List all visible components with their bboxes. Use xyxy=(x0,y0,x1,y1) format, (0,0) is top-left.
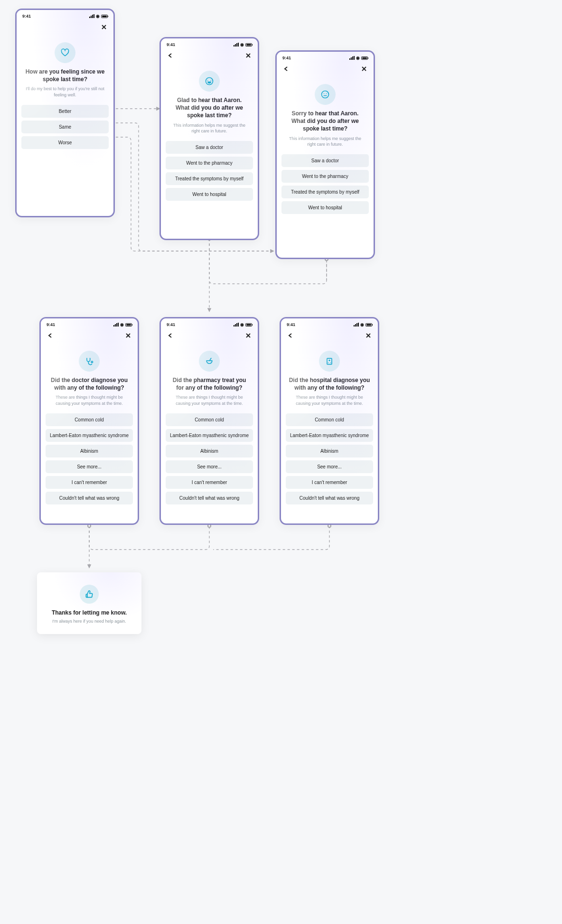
options-list: Common cold Lambert-Eaton myasthenic syn… xyxy=(281,413,378,511)
thanks-callout: Thanks for letting me know. I'm always h… xyxy=(37,572,141,634)
nav-row xyxy=(161,49,258,62)
wifi-icon: ◉ xyxy=(240,323,244,327)
happy-face-icon xyxy=(199,71,220,92)
back-button[interactable] xyxy=(167,52,174,59)
option-cant-remember[interactable]: I can't remember xyxy=(166,476,253,489)
status-bar: 9:41 ◉ xyxy=(281,318,378,329)
status-time: 9:41 xyxy=(167,322,175,327)
option-hospital[interactable]: Went to hospital xyxy=(166,188,253,201)
option-lems[interactable]: Lambert-Eaton myasthenic syndrome xyxy=(46,429,133,442)
signal-icon xyxy=(354,323,359,327)
stethoscope-icon xyxy=(79,351,100,372)
signal-icon xyxy=(349,56,355,60)
option-albinism[interactable]: Albinism xyxy=(286,445,373,457)
question-title: Glad to hear that Aaron. What did you do… xyxy=(169,96,250,120)
option-couldnt-tell[interactable]: Couldn't tell what was wrong xyxy=(166,492,253,504)
neutral-face-icon xyxy=(315,84,336,105)
option-cant-remember[interactable]: I can't remember xyxy=(286,476,373,489)
option-lems[interactable]: Lambert-Eaton myasthenic syndrome xyxy=(286,429,373,442)
callout-title: Thanks for letting me know. xyxy=(45,609,134,616)
mortar-pestle-icon xyxy=(199,351,220,372)
hospital-icon xyxy=(319,351,340,372)
option-better[interactable]: Better xyxy=(21,105,109,118)
close-button[interactable] xyxy=(244,332,252,339)
wifi-icon: ◉ xyxy=(120,323,124,327)
option-common-cold[interactable]: Common cold xyxy=(166,413,253,426)
svg-point-1 xyxy=(322,91,329,98)
option-saw-doctor[interactable]: Saw a doctor xyxy=(281,154,369,167)
close-button[interactable] xyxy=(124,332,132,339)
option-saw-doctor[interactable]: Saw a doctor xyxy=(166,141,253,154)
option-lems[interactable]: Lambert-Eaton myasthenic syndrome xyxy=(166,429,253,442)
thumbs-up-icon xyxy=(80,585,99,604)
nav-row xyxy=(161,329,258,342)
wifi-icon: ◉ xyxy=(240,43,244,47)
back-button[interactable] xyxy=(47,332,54,339)
question-subtitle: This information helps me suggest the ri… xyxy=(169,122,249,134)
option-see-more[interactable]: See more... xyxy=(286,460,373,473)
question-title: Did the pharmacy treat you for any of th… xyxy=(169,376,250,392)
status-time: 9:41 xyxy=(47,322,55,327)
battery-icon xyxy=(245,323,252,327)
status-time: 9:41 xyxy=(167,42,175,47)
status-time: 9:41 xyxy=(22,14,31,19)
option-common-cold[interactable]: Common cold xyxy=(286,413,373,426)
nav-row xyxy=(17,20,113,34)
svg-point-3 xyxy=(326,93,327,94)
nav-row xyxy=(41,329,138,342)
question-title: Did the hospital diagnose you with any o… xyxy=(289,376,370,392)
battery-icon xyxy=(361,56,368,60)
option-worse[interactable]: Worse xyxy=(21,136,109,149)
wifi-icon: ◉ xyxy=(360,323,364,327)
wifi-icon: ◉ xyxy=(96,14,100,19)
signal-icon xyxy=(89,14,94,18)
option-self-treated[interactable]: Treated the symptoms by myself xyxy=(281,186,369,198)
callout-subtitle: I'm always here if you need help again. xyxy=(45,619,134,624)
status-icons: ◉ xyxy=(354,323,372,327)
back-button[interactable] xyxy=(167,332,174,339)
question-title: Did the doctor diagnose you with any of … xyxy=(48,376,130,392)
options-list: Common cold Lambert-Eaton myasthenic syn… xyxy=(41,413,138,511)
option-pharmacy[interactable]: Went to the pharmacy xyxy=(281,170,369,183)
option-couldnt-tell[interactable]: Couldn't tell what was wrong xyxy=(46,492,133,504)
option-albinism[interactable]: Albinism xyxy=(166,445,253,457)
back-button[interactable] xyxy=(282,65,290,73)
status-time: 9:41 xyxy=(287,322,295,327)
status-time: 9:41 xyxy=(282,56,291,60)
svg-point-0 xyxy=(206,78,213,85)
signal-icon xyxy=(234,43,239,47)
option-see-more[interactable]: See more... xyxy=(46,460,133,473)
close-button[interactable] xyxy=(365,332,372,339)
svg-point-4 xyxy=(91,361,93,363)
options-list: Saw a doctor Went to the pharmacy Treate… xyxy=(161,141,258,207)
option-pharmacy[interactable]: Went to the pharmacy xyxy=(166,157,253,169)
close-button[interactable] xyxy=(244,52,252,59)
battery-icon xyxy=(365,323,372,327)
question-subtitle: This information helps me suggest the ri… xyxy=(285,136,365,148)
status-icons: ◉ xyxy=(89,14,108,19)
option-self-treated[interactable]: Treated the symptoms by myself xyxy=(166,172,253,185)
status-bar: 9:41 ◉ xyxy=(17,10,113,20)
signal-icon xyxy=(113,323,119,327)
option-common-cold[interactable]: Common cold xyxy=(46,413,133,426)
nav-row xyxy=(277,62,374,75)
screen-sorry: 9:41 ◉ Sorry to hear that Aaron. What di… xyxy=(275,50,375,259)
options-list: Better Same Worse xyxy=(17,105,113,156)
screen-hospital-diagnosis: 9:41 ◉ Did the hospital diagnose you wit… xyxy=(280,317,379,525)
battery-icon xyxy=(125,323,132,327)
back-button[interactable] xyxy=(287,332,294,339)
option-cant-remember[interactable]: I can't remember xyxy=(46,476,133,489)
close-button[interactable] xyxy=(100,23,108,31)
signal-icon xyxy=(234,323,239,327)
option-albinism[interactable]: Albinism xyxy=(46,445,133,457)
status-bar: 9:41 ◉ xyxy=(41,318,138,329)
close-button[interactable] xyxy=(360,65,368,73)
question-title: Sorry to hear that Aaron. What did you d… xyxy=(284,110,366,133)
battery-icon xyxy=(245,43,252,47)
option-same[interactable]: Same xyxy=(21,121,109,133)
svg-rect-5 xyxy=(327,358,332,364)
option-hospital[interactable]: Went to hospital xyxy=(281,201,369,214)
option-see-more[interactable]: See more... xyxy=(166,460,253,473)
heart-icon xyxy=(55,42,75,63)
option-couldnt-tell[interactable]: Couldn't tell what was wrong xyxy=(286,492,373,504)
